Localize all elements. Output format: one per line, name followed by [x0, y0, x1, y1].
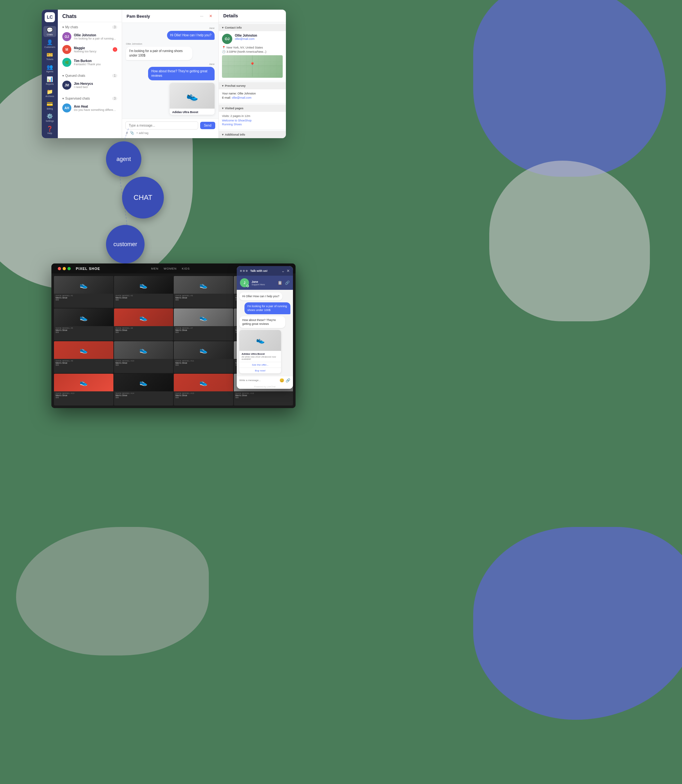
- table-row[interactable]: 👟 SHOE MODEL #3 Men's Shoe $$$: [174, 276, 233, 308]
- visited-link-1[interactable]: Welcome to ShoeShop: [222, 119, 283, 122]
- sidebar-item-customers[interactable]: 👤 Customers: [43, 38, 56, 49]
- survey-email-row: E-mail: ollie@mail.com: [222, 96, 283, 99]
- sidebar-item-help[interactable]: ❓ Help: [43, 125, 56, 135]
- prechat-survey-header[interactable]: ▾ Prechat survey: [219, 82, 286, 89]
- widget-header: Talk with us! ⌄ ✕: [237, 273, 293, 276]
- widget-product-card: 👟 Adidas Ultra Boost All white new 2018 …: [239, 330, 281, 373]
- product-cell-price: $$$: [116, 299, 172, 301]
- add-tag-button[interactable]: + add tag: [136, 131, 148, 135]
- shop-nav-women[interactable]: WOMEN: [164, 267, 177, 270]
- table-row[interactable]: 👟 SHOE MODEL #10 Men's Shoe $$$: [114, 341, 174, 373]
- sidebar-tickets-label: Tickets: [46, 58, 53, 61]
- visited-pages-header[interactable]: ▾ Visited pages: [219, 105, 286, 112]
- supervised-chats-title: ▾ Supervised chats: [62, 97, 90, 100]
- list-item[interactable]: OJ Ollie Johnston I'm looking for a pair…: [58, 30, 122, 43]
- sidebar-customers-label: Customers: [44, 46, 55, 48]
- sender-label: Jane: [126, 27, 215, 30]
- attach-button[interactable]: 🔗: [285, 378, 290, 383]
- table-row[interactable]: 👟 SHOE MODEL #1 Men's Shoe $$$: [54, 276, 113, 308]
- product-cell-info: SHOE MODEL #1 Men's Shoe $$$: [54, 294, 113, 302]
- product-thumbnail: 👟: [54, 308, 113, 326]
- table-row[interactable]: 👟 SHOE MODEL #15 Men's Shoe $$$: [174, 374, 233, 405]
- location-icon: 📍: [222, 46, 226, 49]
- product-cell-info: SHOE MODEL #13 Men's Shoe $$$: [54, 391, 113, 400]
- close-dot[interactable]: [58, 267, 61, 270]
- sidebar-item-tickets[interactable]: 🎫 Tickets: [43, 51, 56, 61]
- widget-share-button[interactable]: 🔗: [285, 280, 290, 285]
- message-input[interactable]: [125, 121, 198, 129]
- widget-buy-now-button[interactable]: Buy now!: [239, 368, 281, 373]
- sidebar-item-agents[interactable]: 👥 Agents: [43, 63, 56, 74]
- queued-chats-section-header[interactable]: ▾ Queued chats 1: [58, 73, 122, 79]
- contact-info-body: OJ Ollie Johnston ollie@mail.com 📍 New Y…: [219, 31, 286, 80]
- widget-copy-button[interactable]: 📋: [277, 280, 282, 285]
- contact-timezone: 🕒 3:33PM (North America/New...): [222, 50, 283, 53]
- shoe-shop-app: PIXEL SHOE MEN WOMEN KIDS 🔍 Search... 🛒 …: [51, 263, 296, 408]
- visited-link-2[interactable]: Running Shoes: [222, 123, 283, 126]
- table-row[interactable]: 👟 SHOE MODEL #9 Men's Shoe $$$: [54, 341, 113, 373]
- table-row[interactable]: 👟 SHOE MODEL #11 Men's Shoe $$$: [174, 341, 233, 373]
- sidebar-item-settings[interactable]: ⚙️ Settings: [43, 112, 56, 123]
- widget-message-input[interactable]: [239, 379, 278, 382]
- additional-info-header[interactable]: ▾ Additional info: [219, 131, 286, 138]
- app-logo: LC: [45, 12, 55, 22]
- more-options-button[interactable]: ···: [199, 13, 205, 19]
- chat-name: Tim Burkon: [74, 59, 117, 63]
- location-text: New York, NY, United States: [226, 46, 263, 49]
- product-info: Adidas Ultra Boost All white new 2018 Ul…: [170, 108, 215, 115]
- sidebar-item-billing[interactable]: 💳 Billing: [43, 100, 56, 111]
- emoji-icon[interactable]: #: [126, 131, 128, 135]
- close-chat-button[interactable]: ✕: [207, 13, 214, 19]
- shoe-icon: 👟: [256, 336, 265, 344]
- list-item[interactable]: M Maggie Nothing too fancy !: [58, 43, 122, 56]
- table-row[interactable]: 👟 SHOE MODEL #5 Men's Shoe $$$: [54, 308, 113, 340]
- my-chats-section-header[interactable]: ▾ My chats 3: [58, 24, 122, 30]
- table-row[interactable]: 👟 SHOE MODEL #6 Men's Shoe $$$: [114, 308, 174, 340]
- product-cell-price: $$$: [116, 331, 172, 333]
- widget-see-offer-button[interactable]: See the offer...: [239, 362, 281, 368]
- survey-email-value[interactable]: ollie@mail.com: [232, 96, 252, 99]
- contact-info-header[interactable]: ▾ Contact info: [219, 24, 286, 31]
- shop-nav-kids[interactable]: KIDS: [182, 267, 190, 270]
- chat-label-bubble: CHAT: [122, 177, 164, 218]
- product-cell-name: Men's Shoe: [175, 362, 232, 364]
- chat-preview: I'm looking for a pair of running...: [74, 37, 117, 40]
- table-row[interactable]: 👟 SHOE MODEL #2 Men's Shoe $$$: [114, 276, 174, 308]
- list-item[interactable]: JM Jim Henrycs I need two!: [58, 79, 122, 92]
- sender-label: Jane: [126, 63, 215, 65]
- list-item[interactable]: 🌿 Tim Burkon Fantastic! Thank you: [58, 56, 122, 69]
- contact-email[interactable]: ollie@mail.com: [235, 37, 257, 40]
- product-cell-price: $$$: [116, 397, 172, 398]
- sidebar-item-archives[interactable]: 📁 Archives: [43, 88, 56, 98]
- product-cell-name: Men's Shoe: [56, 329, 112, 331]
- map-preview: 📍: [222, 55, 283, 78]
- minimize-dot[interactable]: [63, 267, 66, 270]
- shoe-icon: 👟: [186, 90, 198, 102]
- emoji-button[interactable]: 😊: [279, 378, 284, 383]
- active-chat-name: Pam Beesly: [127, 14, 150, 19]
- list-item[interactable]: AH Ann Heat Do you have something differ…: [58, 102, 122, 115]
- table-row[interactable]: 👟 SHOE MODEL #13 Men's Shoe $$$: [54, 374, 113, 405]
- table-row[interactable]: 👟 SHOE MODEL #7 Men's Shoe $$$: [174, 308, 233, 340]
- shop-nav-men[interactable]: MEN: [151, 267, 158, 270]
- contact-row: OJ Ollie Johnston ollie@mail.com: [222, 34, 283, 44]
- agent-label-text: agent: [116, 156, 131, 163]
- send-button[interactable]: Send: [200, 122, 215, 129]
- product-cell-info: SHOE MODEL #2 Men's Shoe $$$: [114, 294, 174, 302]
- maximize-dot[interactable]: [67, 267, 71, 270]
- product-thumbnail: 👟: [174, 276, 233, 294]
- chat-main-area: Pam Beesly ··· ✕ Jane Hi Ollie! How can …: [122, 10, 218, 138]
- survey-name-row: Your name: Ollie Johnston: [222, 92, 283, 95]
- sidebar-item-reports[interactable]: 📊 Reports: [43, 75, 56, 86]
- product-cell-name: Men's Shoe: [116, 394, 172, 397]
- table-row[interactable]: 👟 SHOE MODEL #14 Men's Shoe $$$: [114, 374, 174, 405]
- supervised-chats-section-header[interactable]: ▾ Supervised chats 3: [58, 96, 122, 102]
- attach-icon[interactable]: 📎: [130, 131, 134, 135]
- sidebar-item-chats[interactable]: 💬 Chats: [43, 26, 56, 37]
- tickets-icon: 🎫: [47, 52, 53, 57]
- product-cell-name: Men's Shoe: [116, 296, 172, 299]
- agent-section: LC 💬 Chats 👤 Customers 🎫 Tickets 👥 Agent…: [42, 10, 286, 138]
- survey-name-value: Ollie Johnston: [237, 92, 256, 95]
- widget-agent-info: Jane Support Hero: [252, 280, 265, 286]
- unread-badge: !: [113, 47, 117, 52]
